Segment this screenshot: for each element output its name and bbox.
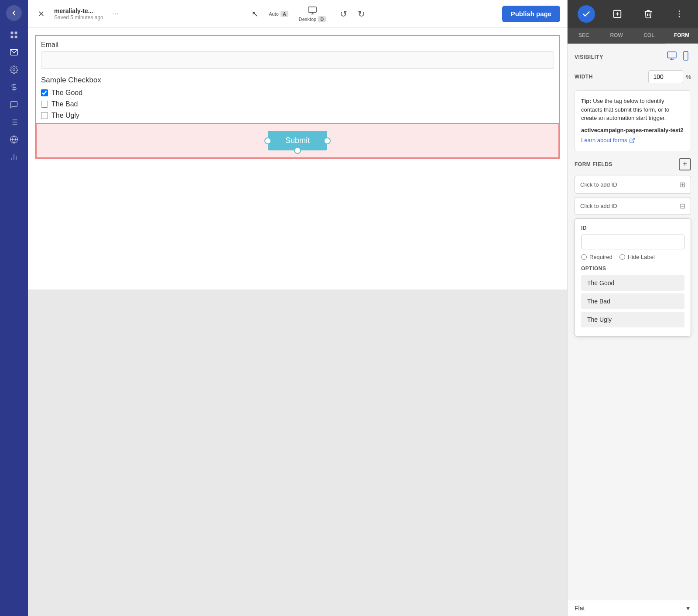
tab-col[interactable]: COL xyxy=(633,28,666,44)
id-popup-options: Required Hide Label xyxy=(581,254,684,260)
page-info: meralialy-te... Saved 5 minutes ago xyxy=(54,7,103,20)
option-item-3[interactable]: The Ugly xyxy=(581,312,684,327)
desktop-label: Desktop xyxy=(299,17,316,22)
required-radio[interactable] xyxy=(581,254,587,260)
page-options-button[interactable]: ··· xyxy=(112,9,119,18)
nav-icon-globe[interactable] xyxy=(7,133,21,146)
checkbox-item-3: The Ugly xyxy=(41,112,554,119)
field1-icon: ⊞ xyxy=(680,180,685,189)
collapse-nav-button[interactable] xyxy=(6,5,22,21)
hide-label-option[interactable]: Hide Label xyxy=(619,254,655,260)
resize-handle-right[interactable] xyxy=(324,137,331,144)
learn-about-forms-link[interactable]: Learn about forms xyxy=(581,136,635,145)
svg-line-32 xyxy=(631,138,634,141)
checkbox-item-2: The Bad xyxy=(41,100,554,108)
checkbox-good[interactable] xyxy=(41,89,48,96)
editor-canvas: Email Sample Checkbox The Good The Bad T… xyxy=(28,28,567,616)
form-fields-header: FORM FIELDS + xyxy=(575,158,691,170)
redo-button[interactable]: ↻ xyxy=(354,7,369,21)
nav-icon-chat[interactable] xyxy=(7,98,21,112)
visibility-icons xyxy=(667,51,691,63)
checkbox-group-label: Sample Checkbox xyxy=(41,76,554,85)
panel-body: VISIBILITY WIDTH 100 % Tip: Use the tag … xyxy=(568,44,698,600)
nav-icon-list[interactable] xyxy=(7,115,21,129)
svg-point-25 xyxy=(678,14,680,15)
checkbox-item-1: The Good xyxy=(41,89,554,97)
desktop-mode-button[interactable]: Desktop D xyxy=(299,6,326,22)
hide-label-text: Hide Label xyxy=(628,254,655,260)
nav-icon-settings[interactable] xyxy=(7,63,21,77)
visibility-row: VISIBILITY xyxy=(575,51,691,63)
bottom-dropdown-arrow-icon: ▼ xyxy=(685,605,691,612)
close-button[interactable]: ✕ xyxy=(35,8,47,20)
id-input[interactable] xyxy=(581,235,684,249)
saved-status: Saved 5 minutes ago xyxy=(54,14,103,20)
tab-form[interactable]: FORM xyxy=(665,28,698,44)
panel-tabs: SEC ROW COL FORM xyxy=(568,28,698,44)
submit-button-label: Submit xyxy=(285,136,310,145)
nav-icon-dollar[interactable] xyxy=(7,80,21,94)
mobile-visibility-icon[interactable] xyxy=(681,51,691,63)
auto-mode-button[interactable]: Auto A xyxy=(269,11,288,17)
tip-text: Use the tag below to identify contacts t… xyxy=(581,98,669,121)
submit-button-preview[interactable]: Submit xyxy=(268,131,327,150)
resize-handle-bottom[interactable] xyxy=(294,147,301,154)
undo-redo-group: ↺ ↻ xyxy=(336,7,369,21)
width-unit: % xyxy=(686,74,691,80)
desktop-visibility-icon[interactable] xyxy=(667,51,677,63)
bottom-dropdown[interactable]: Flat ▼ xyxy=(568,600,698,616)
svg-rect-27 xyxy=(667,52,676,58)
tip-tag: activecampaign-pages-meralialy-test2 xyxy=(581,126,684,135)
field-row-2[interactable]: Click to add ID ⊟ xyxy=(575,197,691,215)
email-label: Email xyxy=(41,41,554,49)
panel-toolbar xyxy=(568,0,698,28)
required-option[interactable]: Required xyxy=(581,254,612,260)
undo-button[interactable]: ↺ xyxy=(336,7,351,21)
main-area: ✕ meralialy-te... Saved 5 minutes ago ··… xyxy=(28,0,567,616)
canvas-content: Email Sample Checkbox The Good The Bad T… xyxy=(28,28,567,289)
tab-row[interactable]: ROW xyxy=(600,28,633,44)
option-item-1[interactable]: The Good xyxy=(581,275,684,291)
top-bar: ✕ meralialy-te... Saved 5 minutes ago ··… xyxy=(28,0,567,28)
svg-point-26 xyxy=(678,16,680,17)
auto-badge: A xyxy=(281,11,288,17)
auto-label: Auto xyxy=(269,11,279,17)
add-field-button[interactable]: + xyxy=(679,158,691,170)
width-input[interactable]: 100 xyxy=(648,70,683,83)
add-section-button[interactable] xyxy=(609,5,626,23)
width-input-group: 100 % xyxy=(648,70,691,83)
nav-icon-barchart[interactable] xyxy=(7,150,21,164)
nav-icon-envelope[interactable] xyxy=(7,45,21,59)
learn-about-forms-text: Learn about forms xyxy=(581,136,627,145)
left-navigation xyxy=(0,0,28,616)
svg-rect-1 xyxy=(15,32,17,34)
check-button[interactable] xyxy=(578,5,595,23)
form-section[interactable]: Email Sample Checkbox The Good The Bad T… xyxy=(35,35,560,159)
top-bar-center: ↖ Auto A Desktop D ↺ ↻ xyxy=(126,6,495,22)
desktop-badge: D xyxy=(318,16,326,22)
resize-handle-left[interactable] xyxy=(264,137,271,144)
bottom-dropdown-text: Flat xyxy=(575,605,585,612)
checkbox-bad[interactable] xyxy=(41,101,48,108)
options-label: OPTIONS xyxy=(581,265,684,272)
hide-label-radio[interactable] xyxy=(619,254,625,260)
tab-sec[interactable]: SEC xyxy=(568,28,600,44)
svg-rect-18 xyxy=(308,7,316,12)
id-popup-label: ID xyxy=(581,225,684,231)
visibility-label: VISIBILITY xyxy=(575,54,603,60)
option-item-2[interactable]: The Bad xyxy=(581,293,684,309)
more-options-button[interactable] xyxy=(671,5,688,23)
id-popup: ID Required Hide Label OPTIONS The Good … xyxy=(575,218,691,337)
publish-page-button[interactable]: Publish page xyxy=(502,6,560,22)
submit-row: Submit xyxy=(36,123,559,158)
right-panel: SEC ROW COL FORM VISIBILITY WIDTH 100 % xyxy=(567,0,698,616)
checkbox-ugly[interactable] xyxy=(41,112,48,119)
delete-button[interactable] xyxy=(640,5,657,23)
page-name: meralialy-te... xyxy=(54,7,103,14)
svg-point-5 xyxy=(13,69,15,71)
nav-icon-grid[interactable] xyxy=(7,28,21,42)
field-row-1[interactable]: Click to add ID ⊞ xyxy=(575,176,691,194)
svg-rect-0 xyxy=(11,32,14,34)
checkbox-good-label: The Good xyxy=(51,89,82,97)
field1-text: Click to add ID xyxy=(580,181,617,188)
